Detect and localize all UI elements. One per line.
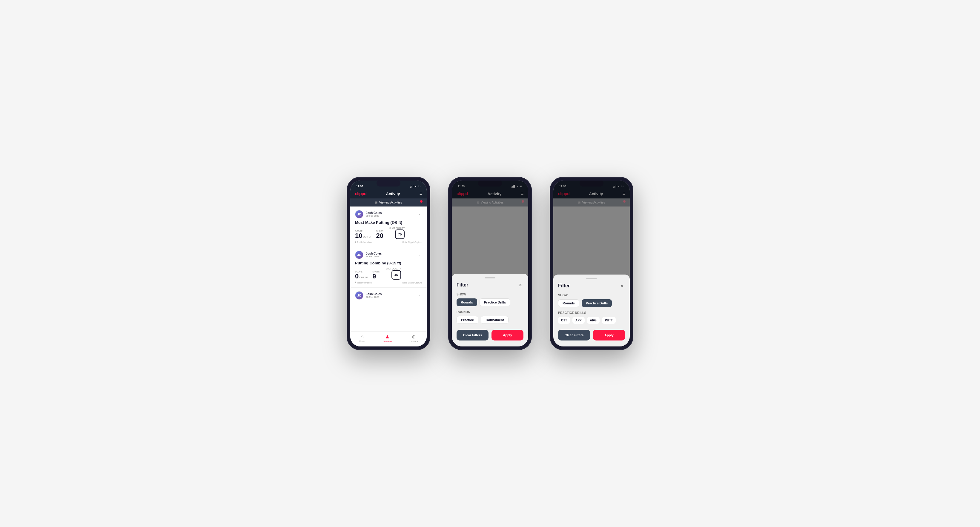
data-source-1: Data: Clippd Capture [402,241,422,243]
modal-title-2: Filter [457,282,468,288]
avatar-1: JC [355,210,363,218]
more-options-1[interactable]: ··· [417,212,422,217]
status-icons-1: ▲ 51 [410,185,421,188]
show-chips-3: Rounds Practice Drills [558,299,625,307]
home-label-1: Home [359,340,365,343]
chip-rounds-3[interactable]: Rounds [558,299,579,307]
menu-button-1[interactable]: ≡ [420,192,422,196]
rounds-section-2: Rounds Practice Tournament [457,310,523,324]
scene: 11:33 ▲ 51 clippd Activity ≡ [329,159,651,368]
show-section-2: Show Rounds Practice Drills [457,293,523,306]
sq-label-2: Shot Quality [385,268,401,270]
activities-label-1: Activities [383,340,392,343]
show-chips-2: Rounds Practice Drills [457,298,523,306]
user-date-3: 28 Feb 2023 [366,296,382,298]
drag-handle-3 [586,278,597,279]
modal-actions-3: Clear Filters Apply [558,330,625,340]
score-value-1: 10 [355,232,362,239]
user-name-3: Josh Coles [366,292,382,296]
card-footer-1: ℹ Test Information Data: Clippd Capture [355,241,422,243]
stats-row-1: Score 10 OUT OF Shots 20 Shot Quality [355,227,422,239]
user-date-1: 28 Feb 2023 [366,214,382,217]
filter-icon-1: ⊞ [375,201,377,204]
phone-1: 11:33 ▲ 51 clippd Activity ≡ [347,177,430,350]
chip-arg-3[interactable]: ARG [587,317,600,324]
user-name-1: Josh Coles [366,211,382,214]
more-options-3[interactable]: ··· [417,293,422,298]
sq-badge-1: 75 [395,230,405,239]
user-info-2: JC Josh Coles 28 Feb 2023 [355,251,382,259]
modal-title-3: Filter [558,283,570,289]
activity-card-3: JC Josh Coles 28 Feb 2023 ··· [350,288,427,305]
activity-card-2: JC Josh Coles 28 Feb 2023 ··· Putting Co… [350,247,427,288]
chip-practice-2[interactable]: Practice [457,316,478,324]
rounds-label-2: Rounds [457,310,523,314]
activity-title-2: Putting Combine (3-15 ft) [355,261,422,265]
activity-card-1: JC Josh Coles 28 Feb 2023 ··· Must Make … [350,206,427,247]
user-date-2: 28 Feb 2023 [366,255,382,258]
drag-handle-2 [485,277,495,278]
filter-overlay-3: Filter ✕ Show Rounds Practice Drills Pra… [553,181,630,346]
viewing-text-1: Viewing Activities [379,201,402,204]
clear-filters-button-3[interactable]: Clear Filters [558,330,590,340]
shots-value-1: 20 [376,232,383,239]
sq-badge-2: 45 [391,270,401,279]
chip-putt-3[interactable]: PUTT [602,317,616,324]
show-section-3: Show Rounds Practice Drills [558,294,625,307]
user-name-2: Josh Coles [366,252,382,255]
apply-button-2[interactable]: Apply [492,330,523,340]
home-icon-1: ⌂ [361,334,364,339]
filter-overlay-2: Filter ✕ Show Rounds Practice Drills Rou… [452,181,528,346]
filter-modal-3: Filter ✕ Show Rounds Practice Drills Pra… [553,275,630,346]
time-1: 11:33 [356,185,363,188]
filter-modal-2: Filter ✕ Show Rounds Practice Drills Rou… [452,274,528,346]
phone-3: 11:33 ▲ 51 clippd Activity ≡ [550,177,633,350]
practice-drills-chips-3: OTT APP ARG PUTT [558,317,625,324]
avatar-3: JC [355,291,363,300]
test-info-2: ℹ Test Information [355,281,372,284]
avatar-2: JC [355,251,363,259]
nav-activities-1[interactable]: ♟ Activities [383,334,392,343]
modal-actions-2: Clear Filters Apply [457,330,523,340]
score-value-2: 0 [355,273,359,279]
practice-drills-label-3: Practice Drills [558,311,625,314]
modal-header-2: Filter ✕ [457,282,523,288]
notification-dot-1 [420,200,423,203]
nav-capture-1[interactable]: ⊕ Capture [409,334,418,343]
viewing-bar-1[interactable]: ⊞ Viewing Activities [350,198,427,206]
modal-header-3: Filter ✕ [558,283,625,289]
practice-drills-section-3: Practice Drills OTT APP ARG PUTT [558,311,625,324]
dynamic-island [377,180,401,187]
chip-rounds-2[interactable]: Rounds [457,298,477,306]
stats-row-2: Score 0 OUT OF Shots 9 Shot Quality [355,268,422,279]
user-info-1: JC Josh Coles 28 Feb 2023 [355,210,382,218]
activities-icon-1: ♟ [385,334,389,340]
show-label-3: Show [558,294,625,297]
out-of-1: OUT OF [363,235,372,238]
close-button-2[interactable]: ✕ [517,282,523,288]
clear-filters-button-2[interactable]: Clear Filters [457,330,488,340]
nav-home-1[interactable]: ⌂ Home [359,334,365,343]
card-footer-2: ℹ Test Information Data: Clippd Capture [355,281,422,284]
activity-title-1: Must Make Putting (3-6 ft) [355,220,422,225]
close-button-3[interactable]: ✕ [619,283,625,289]
wifi-icon-1: ▲ [414,185,417,188]
data-source-2: Data: Clippd Capture [402,282,422,284]
chip-practice-drills-2[interactable]: Practice Drills [480,298,510,306]
test-info-1: ℹ Test Information [355,241,372,243]
capture-label-1: Capture [409,340,418,343]
chip-tournament-2[interactable]: Tournament [481,316,509,324]
capture-icon-1: ⊕ [412,334,416,340]
more-options-2[interactable]: ··· [417,252,422,257]
chip-practice-drills-3[interactable]: Practice Drills [582,299,612,307]
apply-button-3[interactable]: Apply [593,330,625,340]
signal-1 [410,185,413,188]
chip-app-3[interactable]: APP [573,317,585,324]
chip-ott-3[interactable]: OTT [558,317,570,324]
shots-value-2: 9 [372,273,380,279]
logo-1: clippd [355,191,366,196]
header-title-1: Activity [386,192,400,196]
activity-list: JC Josh Coles 28 Feb 2023 ··· Must Make … [350,206,427,331]
app-header-1: clippd Activity ≡ [350,189,427,198]
rounds-chips-2: Practice Tournament [457,316,523,324]
